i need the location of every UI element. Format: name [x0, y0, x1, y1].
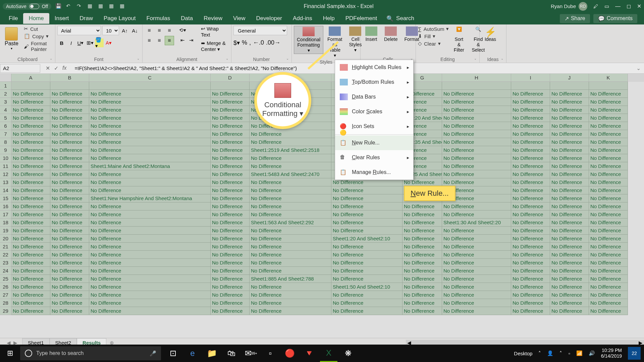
- cell[interactable]: No Difference: [211, 275, 250, 283]
- cell[interactable]: No Difference: [89, 243, 211, 251]
- ideas-button[interactable]: ⚡Ideas: [482, 26, 499, 43]
- cell[interactable]: No Difference: [11, 219, 50, 227]
- name-box[interactable]: [0, 64, 40, 73]
- cell[interactable]: No Difference: [589, 170, 628, 178]
- spreadsheet-grid[interactable]: 12No DifferenceNo DifferenceNo Differenc…: [0, 82, 644, 315]
- cell[interactable]: No Difference: [442, 106, 511, 114]
- cell[interactable]: No Difference: [589, 235, 628, 243]
- cell[interactable]: No Difference: [211, 251, 250, 259]
- cell[interactable]: No Difference: [89, 138, 211, 146]
- vivaldi-icon[interactable]: 🔻: [301, 345, 318, 362]
- cell[interactable]: No Difference: [211, 227, 250, 235]
- cell[interactable]: No Difference: [50, 267, 89, 275]
- cell[interactable]: No Difference: [589, 98, 628, 106]
- cell[interactable]: No Difference: [50, 243, 89, 251]
- cell[interactable]: No Difference: [511, 162, 550, 170]
- cell[interactable]: No Difference: [442, 235, 511, 243]
- cell[interactable]: No Difference: [89, 299, 211, 307]
- cell[interactable]: No Difference: [89, 283, 211, 291]
- cell[interactable]: No Difference: [11, 186, 50, 194]
- qat-icon[interactable]: ▦: [98, 3, 105, 10]
- desktop-label[interactable]: Desktop: [514, 351, 532, 356]
- cell[interactable]: No Difference: [89, 146, 211, 154]
- column-header[interactable]: J: [550, 74, 589, 82]
- cell[interactable]: No Difference: [211, 267, 250, 275]
- cell[interactable]: No Difference: [550, 210, 589, 219]
- cell[interactable]: No Difference: [250, 307, 331, 315]
- cell[interactable]: No Difference: [50, 251, 89, 259]
- cell[interactable]: No Difference: [511, 202, 550, 210]
- cell[interactable]: No Difference: [211, 98, 250, 106]
- cf-highlight-rules[interactable]: Highlight Cells Rules▸: [335, 60, 413, 75]
- excel-icon[interactable]: X: [320, 345, 337, 362]
- font-size-select[interactable]: 10: [102, 26, 119, 35]
- volume-icon[interactable]: 🔊: [589, 350, 595, 356]
- row-header[interactable]: 12: [0, 170, 11, 178]
- tab-file[interactable]: File: [3, 13, 23, 24]
- cell[interactable]: No Difference: [550, 291, 589, 299]
- indent-decrease-button[interactable]: ⇤: [178, 36, 187, 45]
- cell[interactable]: No Difference: [589, 251, 628, 259]
- cell[interactable]: No Difference: [11, 291, 50, 299]
- font-color-button[interactable]: A▾: [104, 39, 113, 47]
- ribbon-mode-icon[interactable]: 🖊: [593, 3, 598, 9]
- cell[interactable]: No Difference: [589, 202, 628, 210]
- comments-button[interactable]: 💬Comments: [593, 14, 637, 23]
- cancel-formula-icon[interactable]: ✕: [46, 65, 50, 71]
- cell[interactable]: No Difference: [550, 235, 589, 243]
- cell[interactable]: No Difference: [442, 146, 511, 154]
- edge-icon[interactable]: e: [184, 345, 201, 362]
- cell[interactable]: No Difference: [550, 251, 589, 259]
- cell[interactable]: No Difference: [50, 154, 89, 162]
- cell[interactable]: No Difference: [511, 106, 550, 114]
- cell[interactable]: No Difference: [89, 202, 211, 210]
- cell[interactable]: No Difference: [331, 227, 402, 235]
- cell[interactable]: No Difference: [511, 291, 550, 299]
- cell[interactable]: No Difference: [250, 162, 331, 170]
- cell[interactable]: No Difference: [50, 202, 89, 210]
- cell[interactable]: No Difference: [402, 251, 442, 259]
- cell[interactable]: No Difference: [89, 267, 211, 275]
- cell[interactable]: [442, 82, 511, 90]
- cell[interactable]: No Difference: [11, 122, 50, 130]
- cell[interactable]: No Difference: [11, 267, 50, 275]
- cell[interactable]: No Difference: [511, 267, 550, 275]
- bold-button[interactable]: B: [57, 39, 66, 47]
- cell[interactable]: No Difference: [11, 178, 50, 186]
- cell[interactable]: No Difference: [550, 299, 589, 307]
- tab-pagelayout[interactable]: Page Layout: [98, 13, 141, 24]
- cell[interactable]: No Difference: [11, 243, 50, 251]
- cell[interactable]: No Difference: [550, 243, 589, 251]
- cell[interactable]: No Difference: [589, 267, 628, 275]
- cell[interactable]: No Difference: [442, 122, 511, 130]
- maximize-button[interactable]: ◻: [627, 3, 631, 9]
- cell[interactable]: No Difference: [550, 170, 589, 178]
- align-center-button[interactable]: ≡: [155, 36, 164, 45]
- cell[interactable]: No Difference: [442, 307, 511, 315]
- cell[interactable]: [50, 82, 89, 90]
- cell[interactable]: No Difference: [250, 130, 331, 138]
- autosave-toggle[interactable]: AutoSave Off: [3, 3, 51, 10]
- cell[interactable]: No Difference: [550, 202, 589, 210]
- cell[interactable]: No Difference: [89, 210, 211, 219]
- cell[interactable]: No Difference: [211, 178, 250, 186]
- cell[interactable]: No Difference: [589, 186, 628, 194]
- cell[interactable]: No Difference: [89, 114, 211, 122]
- clear-button[interactable]: ◇ Clear ▾: [418, 41, 449, 47]
- cell[interactable]: No Difference: [331, 259, 402, 267]
- percent-button[interactable]: %: [242, 39, 247, 47]
- cell[interactable]: No Difference: [11, 235, 50, 243]
- cell[interactable]: No Difference: [50, 122, 89, 130]
- row-header[interactable]: 25: [0, 275, 11, 283]
- network-icon[interactable]: ▫: [568, 351, 570, 356]
- cell[interactable]: No Difference: [250, 202, 331, 210]
- cell[interactable]: Sheet1:563 And Sheet2:292: [250, 219, 331, 227]
- cell[interactable]: No Difference: [442, 138, 511, 146]
- cell[interactable]: No Difference: [211, 283, 250, 291]
- cell[interactable]: No Difference: [442, 291, 511, 299]
- cell[interactable]: No Difference: [511, 227, 550, 235]
- row-header[interactable]: 24: [0, 267, 11, 275]
- cell[interactable]: No Difference: [442, 299, 511, 307]
- tab-developer[interactable]: Developer: [251, 13, 288, 24]
- cell[interactable]: No Difference: [589, 307, 628, 315]
